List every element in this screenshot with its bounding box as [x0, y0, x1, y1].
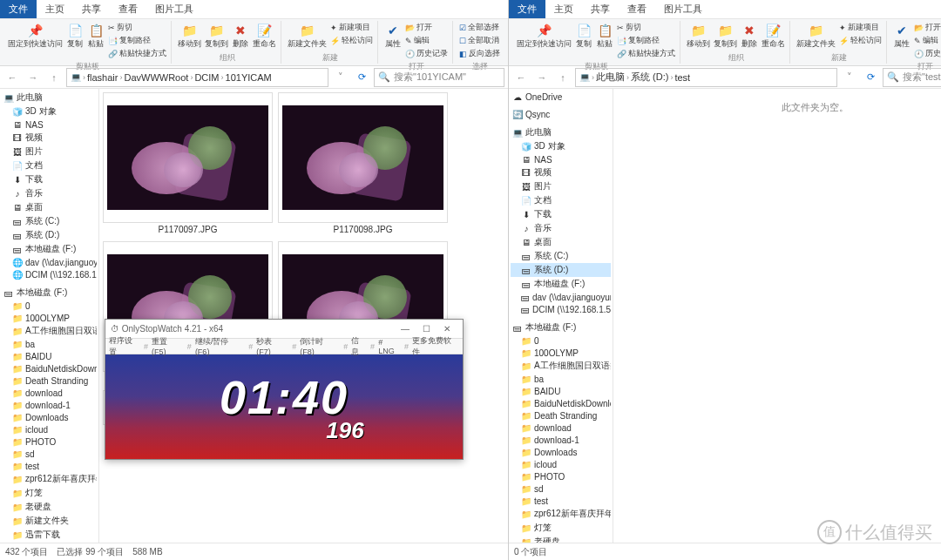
- history-button[interactable]: 🕘历史记录: [913, 47, 941, 60]
- tree-item[interactable]: 📁PHOTO: [511, 470, 611, 482]
- tree-item[interactable]: 🌐DCIM (\\192.168.1.54) (Z:): [2, 268, 97, 280]
- stopwatch-menu-item[interactable]: 信息: [351, 335, 367, 358]
- tree-item[interactable]: 🔄Qsync: [511, 108, 611, 120]
- tab-home[interactable]: 主页: [545, 0, 582, 18]
- tree-item[interactable]: 📁灯笼: [2, 486, 97, 500]
- tree-item[interactable]: 📁zpr612新年喜庆拜年视频pr: [2, 472, 97, 486]
- edit-button[interactable]: ✎编辑: [913, 34, 941, 47]
- tree-item[interactable]: 🖴系统 (D:): [511, 263, 611, 277]
- tree-item[interactable]: 📄文档: [511, 193, 611, 207]
- tree-item[interactable]: ♪音乐: [511, 221, 611, 235]
- delete-button[interactable]: ✖删除: [740, 21, 759, 49]
- tree-item[interactable]: 📁PHOTO: [2, 435, 97, 448]
- search-input[interactable]: 🔍搜索"test": [883, 68, 941, 87]
- easyaccess-button[interactable]: ⚡轻松访问: [838, 34, 883, 47]
- tree-item[interactable]: 🌐dav (\\dav.jianguoyun: [2, 256, 97, 268]
- maximize-button[interactable]: ☐: [416, 324, 437, 334]
- up-button[interactable]: ↑: [45, 69, 63, 86]
- moveto-button[interactable]: 📁移动到: [177, 21, 202, 49]
- pin-button[interactable]: 📌固定到快速访问: [516, 21, 572, 49]
- pin-button[interactable]: 📌固定到快速访问: [7, 21, 64, 49]
- breadcrumb[interactable]: 💻› 此电脑› 系统 (D:)› test: [575, 68, 837, 87]
- stopwatch-menu-item[interactable]: # LNG: [378, 338, 401, 355]
- tree-item[interactable]: 📁download: [511, 422, 611, 434]
- tree-item[interactable]: 📁Death Stranding: [511, 409, 611, 422]
- back-button[interactable]: ←: [3, 69, 21, 86]
- tree-item[interactable]: 🖴本地磁盘 (F:): [511, 277, 611, 291]
- stopwatch-menu-item[interactable]: 重置 (F5): [152, 336, 184, 356]
- tree-item[interactable]: 📁ba: [2, 338, 97, 350]
- refresh-button[interactable]: ⟳: [353, 71, 370, 83]
- edit-button[interactable]: ✎编辑: [404, 34, 449, 47]
- tree-item[interactable]: 📁100OLYMP: [511, 347, 611, 359]
- tree-item[interactable]: ☁OneDrive: [511, 91, 611, 103]
- tab-file[interactable]: 文件: [509, 0, 545, 18]
- tab-home[interactable]: 主页: [37, 0, 73, 18]
- tree-item[interactable]: 🖴系统 (C:): [511, 249, 611, 263]
- paste-button[interactable]: 📋粘贴: [595, 21, 614, 49]
- rename-button[interactable]: 📝重命名: [252, 21, 277, 49]
- tab-pictools[interactable]: 图片工具: [655, 0, 711, 18]
- stopwatch-menu-item[interactable]: 继续/暂停 (F6): [195, 336, 245, 356]
- tree-item[interactable]: 📁新建文件夹: [2, 514, 97, 528]
- forward-button[interactable]: →: [24, 69, 42, 86]
- pasteshortcut-button[interactable]: 🔗粘贴快捷方式: [107, 47, 167, 60]
- refresh-button[interactable]: ⟳: [862, 71, 879, 83]
- tab-view[interactable]: 查看: [619, 0, 655, 18]
- search-input[interactable]: 🔍搜索"101YICAM": [374, 68, 504, 87]
- newitem-button[interactable]: ✦新建项目: [329, 21, 374, 34]
- selectnone-button[interactable]: ☐全部取消: [458, 34, 501, 47]
- newfolder-button[interactable]: 📁新建文件夹: [287, 21, 328, 49]
- tree-item[interactable]: 📁A工作细胞国日双语类制版10: [511, 359, 611, 373]
- selectall-button[interactable]: ☑全部选择: [458, 21, 501, 34]
- tree-item[interactable]: 📁灯笼: [511, 521, 611, 535]
- tab-share[interactable]: 共享: [73, 0, 110, 18]
- tree-item[interactable]: 📁download-1: [2, 399, 97, 411]
- newfolder-button[interactable]: 📁新建文件夹: [795, 21, 836, 49]
- tree-item[interactable]: ⬇下载: [511, 207, 611, 221]
- tree-item[interactable]: 🖥NAS: [511, 153, 611, 165]
- tree-item[interactable]: 📁迅雷下载: [2, 528, 97, 542]
- copypath-button[interactable]: 📑复制路径: [616, 34, 676, 47]
- tab-pictools[interactable]: 图片工具: [146, 0, 202, 18]
- tree-item[interactable]: 📁download: [2, 387, 97, 399]
- tree-item[interactable]: 🧊3D 对象: [2, 105, 97, 118]
- tree-item[interactable]: 🖥NAS: [2, 118, 97, 131]
- cut-button[interactable]: ✂剪切: [107, 21, 167, 34]
- cut-button[interactable]: ✂剪切: [616, 21, 676, 34]
- tree-item[interactable]: 📁老硬盘: [511, 535, 611, 543]
- tree-item[interactable]: 📁0: [511, 334, 611, 347]
- addr-dropdown[interactable]: ˅: [841, 69, 858, 86]
- tree-item[interactable]: 📁Downloads: [2, 411, 97, 423]
- open-button[interactable]: 📂打开: [913, 21, 941, 34]
- stopwatch-menu-item[interactable]: 更多免费软件: [412, 335, 459, 358]
- tree-item[interactable]: 🖴系统 (D:): [2, 228, 97, 242]
- copyto-button[interactable]: 📁复制到: [204, 21, 229, 49]
- easyaccess-button[interactable]: ⚡轻松访问: [329, 34, 374, 47]
- addr-dropdown[interactable]: ˅: [332, 69, 349, 86]
- stopwatch-menu-item[interactable]: 倒计时 (F8): [300, 336, 340, 356]
- tree-item[interactable]: 📁download-1: [511, 434, 611, 446]
- tree-item[interactable]: 📁BAIDU: [511, 385, 611, 397]
- stopwatch-menu-item[interactable]: 秒表 (F7): [256, 336, 288, 356]
- tree-item[interactable]: 🖼图片: [511, 179, 611, 193]
- tree-item[interactable]: 📁BAIDU: [2, 350, 97, 362]
- file-tile[interactable]: P1170097.JPG: [103, 92, 273, 236]
- tree-item[interactable]: 💻此电脑: [2, 91, 97, 105]
- up-button[interactable]: ↑: [554, 69, 572, 86]
- forward-button[interactable]: →: [533, 69, 551, 86]
- copy-button[interactable]: 📄复制: [65, 21, 85, 49]
- pasteshortcut-button[interactable]: 🔗粘贴快捷方式: [616, 47, 676, 60]
- delete-button[interactable]: ✖删除: [231, 21, 250, 49]
- back-button[interactable]: ←: [512, 69, 530, 86]
- tree-item[interactable]: 🎞视频: [511, 165, 611, 179]
- tree-item[interactable]: 💻此电脑: [511, 125, 611, 139]
- rename-button[interactable]: 📝重命名: [761, 21, 786, 49]
- tree-item[interactable]: 📁icloud: [511, 458, 611, 470]
- tree-item[interactable]: 🖥桌面: [2, 200, 97, 214]
- tab-share[interactable]: 共享: [582, 0, 619, 18]
- tab-file[interactable]: 文件: [0, 0, 37, 18]
- tree-item[interactable]: 📁zpr612新年喜庆拜年视频pr: [511, 507, 611, 521]
- tree-item[interactable]: 📁Death Stranding: [2, 374, 97, 387]
- tree-item[interactable]: 🖥桌面: [511, 235, 611, 249]
